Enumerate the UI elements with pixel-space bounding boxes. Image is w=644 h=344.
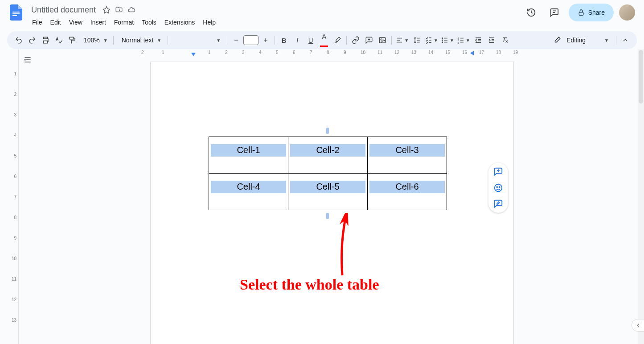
add-comment-icon[interactable] xyxy=(363,34,375,46)
mode-select[interactable]: Editing ▼ xyxy=(549,36,613,44)
annotation-arrow xyxy=(324,213,360,280)
hruler-tick: 13 xyxy=(411,50,416,55)
table-row[interactable]: Cell-4 Cell-5 Cell-6 xyxy=(209,174,447,210)
vertical-ruler: 1 2 3 4 5 6 7 8 9 10 11 12 13 xyxy=(0,49,19,344)
annotation-text: Select the whole table xyxy=(240,276,379,293)
share-button[interactable]: Share xyxy=(569,4,614,21)
paint-format-icon[interactable] xyxy=(66,34,78,46)
increase-font-icon[interactable] xyxy=(259,34,272,46)
menu-tools[interactable]: Tools xyxy=(138,17,160,28)
bold-icon[interactable]: B xyxy=(278,34,290,46)
svg-point-15 xyxy=(381,39,382,40)
move-icon[interactable] xyxy=(115,5,123,14)
vruler-tick: 3 xyxy=(3,112,16,117)
spellcheck-icon[interactable] xyxy=(53,34,65,46)
table-cell[interactable]: Cell-5 xyxy=(288,174,368,210)
star-icon[interactable] xyxy=(102,5,111,14)
table-cell[interactable]: Cell-2 xyxy=(288,137,368,174)
hruler-tick: 6 xyxy=(293,50,295,55)
account-avatar[interactable] xyxy=(619,4,635,21)
checklist-icon[interactable]: ▼ xyxy=(424,34,439,46)
insert-link-icon[interactable] xyxy=(349,34,362,46)
font-select[interactable]: ▼ xyxy=(171,38,224,43)
hruler-tick: 17 xyxy=(479,50,484,55)
add-comment-bubble-icon[interactable] xyxy=(493,166,504,177)
app-header: Untitled document File Edit View Insert … xyxy=(0,0,644,29)
hruler-tick: 10 xyxy=(361,50,365,55)
undo-icon[interactable] xyxy=(12,34,25,46)
hruler-tick: 11 xyxy=(377,50,382,55)
zoom-value: 100% xyxy=(82,37,102,44)
hruler-tick: 19 xyxy=(513,50,518,55)
hruler-tick: 9 xyxy=(344,50,346,55)
table-drag-handle-top[interactable] xyxy=(326,128,329,134)
svg-text:3: 3 xyxy=(457,41,459,44)
cell-text: Cell-5 xyxy=(288,182,367,192)
hruler-tick: 15 xyxy=(445,50,450,55)
cell-text: Cell-2 xyxy=(288,145,367,155)
menu-insert[interactable]: Insert xyxy=(87,17,110,28)
bulleted-list-icon[interactable]: ▼ xyxy=(440,34,455,46)
document-outline-icon[interactable] xyxy=(21,54,34,66)
document-table[interactable]: Cell-1 Cell-2 Cell-3 Cell-4 Cell-5 Cell-… xyxy=(209,137,447,210)
vertical-scrollbar[interactable] xyxy=(638,49,644,344)
comments-icon[interactable] xyxy=(546,4,563,21)
scroll-thumb[interactable] xyxy=(639,50,643,104)
table-row[interactable]: Cell-1 Cell-2 Cell-3 xyxy=(209,137,447,174)
docs-logo[interactable] xyxy=(7,4,25,21)
hruler-tick: 3 xyxy=(242,50,245,55)
cell-text: Cell-1 xyxy=(209,145,288,155)
mode-label: Editing xyxy=(565,37,587,44)
decrease-font-icon[interactable] xyxy=(230,34,242,46)
decrease-indent-icon[interactable] xyxy=(472,34,484,46)
menu-format[interactable]: Format xyxy=(111,17,137,28)
menu-edit[interactable]: Edit xyxy=(47,17,65,28)
cell-text: Cell-6 xyxy=(368,182,447,192)
vruler-tick: 11 xyxy=(3,277,16,282)
clear-formatting-icon[interactable] xyxy=(499,34,511,46)
align-icon[interactable]: ▼ xyxy=(394,34,410,46)
expand-side-panel-icon[interactable] xyxy=(632,319,644,332)
menu-file[interactable]: File xyxy=(29,17,46,28)
menu-help[interactable]: Help xyxy=(199,17,219,28)
vruler-tick: 12 xyxy=(3,297,16,302)
indent-marker-left[interactable] xyxy=(191,53,196,56)
svg-point-54 xyxy=(496,187,497,187)
svg-rect-1 xyxy=(12,13,20,14)
vruler-tick: 4 xyxy=(3,133,16,138)
emoji-reaction-icon[interactable] xyxy=(493,182,504,193)
hruler-tick: 4 xyxy=(259,50,262,55)
indent-marker-right[interactable] xyxy=(470,51,474,55)
print-icon[interactable] xyxy=(39,34,52,46)
collapse-toolbar-icon[interactable] xyxy=(619,34,632,46)
vruler-tick: 7 xyxy=(3,195,16,199)
underline-icon[interactable]: U xyxy=(304,34,317,46)
menu-view[interactable]: View xyxy=(66,17,86,28)
italic-icon[interactable]: I xyxy=(291,34,304,46)
document-page[interactable]: Cell-1 Cell-2 Cell-3 Cell-4 Cell-5 Cell-… xyxy=(150,62,514,344)
history-icon[interactable] xyxy=(522,4,540,21)
cloud-status-icon[interactable] xyxy=(127,5,136,14)
suggest-edits-icon[interactable] xyxy=(493,199,504,209)
menu-extensions[interactable]: Extensions xyxy=(161,17,198,28)
highlight-icon[interactable] xyxy=(331,34,344,46)
table-cell[interactable]: Cell-3 xyxy=(368,137,447,174)
document-title[interactable]: Untitled document xyxy=(29,4,98,16)
hruler-tick: 2 xyxy=(141,50,144,55)
paragraph-style-select[interactable]: Normal text▼ xyxy=(116,37,165,44)
font-size-input[interactable] xyxy=(243,35,258,45)
svg-point-25 xyxy=(442,38,443,39)
text-color-icon[interactable]: A xyxy=(318,34,330,46)
redo-icon[interactable] xyxy=(26,34,38,46)
svg-rect-5 xyxy=(579,12,583,15)
table-cell[interactable]: Cell-1 xyxy=(209,137,288,174)
table-cell[interactable]: Cell-6 xyxy=(368,174,447,210)
zoom-select[interactable]: 100%▼ xyxy=(79,37,111,44)
numbered-list-icon[interactable]: 123▼ xyxy=(456,34,471,46)
table-cell[interactable]: Cell-4 xyxy=(209,174,288,210)
insert-image-icon[interactable] xyxy=(376,34,389,46)
share-label: Share xyxy=(588,9,605,16)
svg-point-53 xyxy=(495,184,502,192)
increase-indent-icon[interactable] xyxy=(485,34,498,46)
line-spacing-icon[interactable] xyxy=(410,34,423,46)
